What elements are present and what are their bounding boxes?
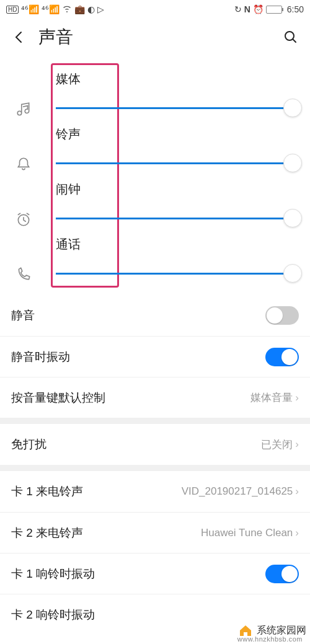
nfc-icon: N	[244, 4, 250, 14]
hd-badge: HD	[6, 6, 19, 14]
music-icon	[11, 101, 36, 117]
toggle-sim1-vibrate[interactable]	[265, 565, 299, 583]
watermark-url: www.hnzkhbsb.com	[237, 635, 303, 643]
search-button[interactable]	[283, 29, 299, 45]
bell-icon	[11, 156, 36, 172]
volume-sliders: 媒体 铃声 闹钟	[0, 56, 310, 295]
row-vibrate-mute[interactable]: 静音时振动	[0, 336, 310, 377]
slider-track[interactable]	[56, 99, 299, 117]
row-sim1-vibrate[interactable]: 卡 1 响铃时振动	[0, 553, 310, 594]
row-sim2-ringtone[interactable]: 卡 2 来电铃声 Huawei Tune Clean›	[0, 512, 310, 553]
row-value: Huawei Tune Clean	[201, 527, 293, 539]
circle-icon: ◐	[87, 4, 95, 14]
row-volume-default[interactable]: 按音量键默认控制 媒体音量›	[0, 377, 310, 418]
slider-label: 闹钟	[56, 181, 299, 198]
row-label: 免打扰	[11, 436, 46, 452]
clock-time: 6:50	[287, 4, 304, 14]
row-sim1-ringtone[interactable]: 卡 1 来电铃声 VID_20190217_014625›	[0, 471, 310, 512]
row-label: 卡 1 响铃时振动	[11, 566, 95, 582]
page-title: 声音	[38, 25, 272, 49]
status-bar: HD ⁴⁶📶 ⁴⁶📶 💼 ◐ ▷ ↻ N ⏰ 6:50	[0, 0, 310, 19]
row-dnd[interactable]: 免打扰 已关闭›	[0, 424, 310, 465]
slider-label: 通话	[56, 236, 299, 253]
slider-label: 媒体	[56, 71, 299, 87]
row-mute[interactable]: 静音	[0, 295, 310, 336]
toggle-vibrate-mute[interactable]	[265, 348, 299, 366]
slider-call: 通话	[0, 227, 310, 283]
row-value: 已关闭	[261, 438, 293, 452]
back-button[interactable]	[11, 29, 27, 45]
briefcase-icon: 💼	[74, 4, 85, 14]
signal-icon: ⁴⁶📶	[21, 4, 39, 14]
row-label: 按音量键默认控制	[11, 390, 105, 406]
row-label: 卡 1 来电铃声	[11, 483, 83, 500]
row-value: VID_20190217_014625	[182, 485, 293, 498]
slider-label: 铃声	[56, 126, 299, 143]
slider-thumb[interactable]	[283, 99, 302, 117]
toggle-mute[interactable]	[265, 306, 299, 325]
chevron-right-icon: ›	[295, 392, 299, 404]
row-label: 卡 2 响铃时振动	[11, 607, 95, 623]
slider-alarm: 闹钟	[0, 172, 310, 227]
chevron-right-icon: ›	[295, 485, 299, 498]
wifi-icon	[62, 4, 72, 14]
sync-icon: ↻	[234, 4, 242, 14]
signal-icon-2: ⁴⁶📶	[42, 4, 60, 14]
settings-list: 静音 静音时振动 按音量键默认控制 媒体音量› 免打扰 已关闭› 卡 1 来电铃…	[0, 295, 310, 635]
slider-track[interactable]	[56, 264, 299, 283]
row-label: 卡 2 来电铃声	[11, 525, 83, 541]
nav-bar: 声音	[0, 19, 310, 56]
slider-thumb[interactable]	[283, 209, 302, 227]
alarm-status-icon: ⏰	[253, 4, 264, 14]
alarm-icon	[11, 211, 36, 227]
chevron-right-icon: ›	[295, 438, 299, 451]
battery-icon	[266, 6, 282, 14]
row-value: 媒体音量	[250, 390, 293, 405]
slider-ringtone: 铃声	[0, 117, 310, 172]
phone-icon	[11, 267, 36, 283]
slider-thumb[interactable]	[283, 264, 302, 283]
slider-track[interactable]	[56, 154, 299, 172]
row-label: 静音	[11, 307, 35, 324]
play-icon: ▷	[97, 4, 104, 14]
slider-media: 媒体	[0, 62, 310, 117]
row-label: 静音时振动	[11, 349, 70, 365]
row-sim2-vibrate[interactable]: 卡 2 响铃时振动	[0, 594, 310, 635]
slider-thumb[interactable]	[283, 154, 302, 172]
chevron-right-icon: ›	[295, 527, 299, 539]
slider-track[interactable]	[56, 209, 299, 227]
